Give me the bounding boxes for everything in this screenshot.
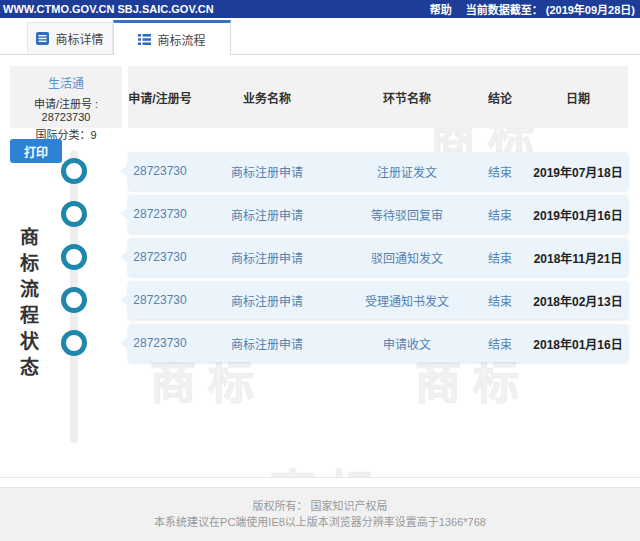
row-result: 结束 <box>472 292 528 309</box>
row-date: 2019年07月18日 <box>528 163 628 180</box>
row-result: 结束 <box>472 335 528 352</box>
main-content: 商标 商标 商标 商标 生活通 申请/注册号 : 28723730 国际分类：9… <box>0 55 640 478</box>
timeline-node <box>61 244 87 270</box>
copyright-line: 版权所有： 国家知识产权局 <box>0 498 640 514</box>
tab-label: 商标详情 <box>55 30 103 47</box>
process-row: 28723730 商标注册申请 驳回通知发文 结束 2018年11月21日 <box>128 238 628 276</box>
row-business: 商标注册申请 <box>192 249 342 266</box>
site-domains: WWW.CTMO.GOV.CN SBJ.SAIC.GOV.CN <box>3 3 214 15</box>
col-header-result: 结论 <box>472 89 528 106</box>
tabbar: 商标详情 商标流程 <box>0 18 640 55</box>
col-header-business: 业务名称 <box>192 89 342 106</box>
row-pointer <box>120 251 128 263</box>
print-button[interactable]: 打印 <box>10 139 62 163</box>
timeline-node <box>61 287 87 313</box>
row-pointer <box>120 294 128 306</box>
row-date: 2018年02月13日 <box>528 292 628 309</box>
vertical-title: 商标流程状态 <box>14 227 41 383</box>
row-business: 商标注册申请 <box>192 206 342 223</box>
timeline-node <box>61 330 87 356</box>
timeline-node <box>61 158 87 184</box>
row-regno: 28723730 <box>128 293 192 307</box>
row-regno: 28723730 <box>128 250 192 264</box>
row-pointer <box>120 208 128 220</box>
row-result: 结束 <box>472 206 528 223</box>
topbar: WWW.CTMO.GOV.CN SBJ.SAIC.GOV.CN 帮助 当前数据截… <box>0 0 640 18</box>
watermark: 商标 <box>270 455 386 478</box>
process-row: 28723730 商标注册申请 受理通知书发文 结束 2018年02月13日 <box>128 281 628 319</box>
row-stage: 等待驳回复审 <box>342 206 472 223</box>
row-pointer <box>120 337 128 349</box>
row-stage: 驳回通知发文 <box>342 249 472 266</box>
row-regno: 28723730 <box>128 336 192 350</box>
row-stage: 受理通知书发文 <box>342 292 472 309</box>
col-header-date: 日期 <box>528 89 628 106</box>
col-header-stage: 环节名称 <box>342 89 472 106</box>
browser-advice-line: 本系统建议在PC端使用IE8以上版本浏览器分辨率设置高于1366*768 <box>0 514 640 530</box>
data-cutoff-date: 当前数据截至： (2019年09月28日) <box>466 1 635 17</box>
tab-trademark-details[interactable]: 商标详情 <box>27 22 113 54</box>
col-header-regno: 申请/注册号 <box>128 89 192 106</box>
list-icon <box>138 33 151 46</box>
row-regno: 28723730 <box>128 164 192 178</box>
row-business: 商标注册申请 <box>192 292 342 309</box>
tab-label: 商标流程 <box>157 31 205 48</box>
row-business: 商标注册申请 <box>192 335 342 352</box>
process-row: 28723730 商标注册申请 等待驳回复审 结束 2019年01月16日 <box>128 195 628 233</box>
row-pointer <box>120 165 128 177</box>
row-date: 2018年01月16日 <box>528 335 628 352</box>
tab-trademark-process[interactable]: 商标流程 <box>113 20 231 55</box>
row-stage: 注册证发文 <box>342 163 472 180</box>
row-stage: 申请收文 <box>342 335 472 352</box>
process-row: 28723730 商标注册申请 申请收文 结束 2018年01月16日 <box>128 324 628 362</box>
row-regno: 28723730 <box>128 207 192 221</box>
process-row: 28723730 商标注册申请 注册证发文 结束 2019年07月18日 <box>128 152 628 190</box>
row-result: 结束 <box>472 163 528 180</box>
row-date: 2018年11月21日 <box>528 249 628 266</box>
row-date: 2019年01月16日 <box>528 206 628 223</box>
table-header: 申请/注册号 业务名称 环节名称 结论 日期 <box>128 66 628 128</box>
row-result: 结束 <box>472 249 528 266</box>
trademark-info-card: 生活通 申请/注册号 : 28723730 国际分类：9 <box>10 66 122 128</box>
row-business: 商标注册申请 <box>192 163 342 180</box>
trademark-name: 生活通 <box>10 74 122 91</box>
help-link[interactable]: 帮助 <box>430 1 452 17</box>
footer: 版权所有： 国家知识产权局 本系统建议在PC端使用IE8以上版本浏览器分辨率设置… <box>0 487 640 541</box>
document-icon <box>36 32 49 45</box>
registration-number: 申请/注册号 : 28723730 <box>10 95 122 123</box>
timeline-node <box>61 201 87 227</box>
